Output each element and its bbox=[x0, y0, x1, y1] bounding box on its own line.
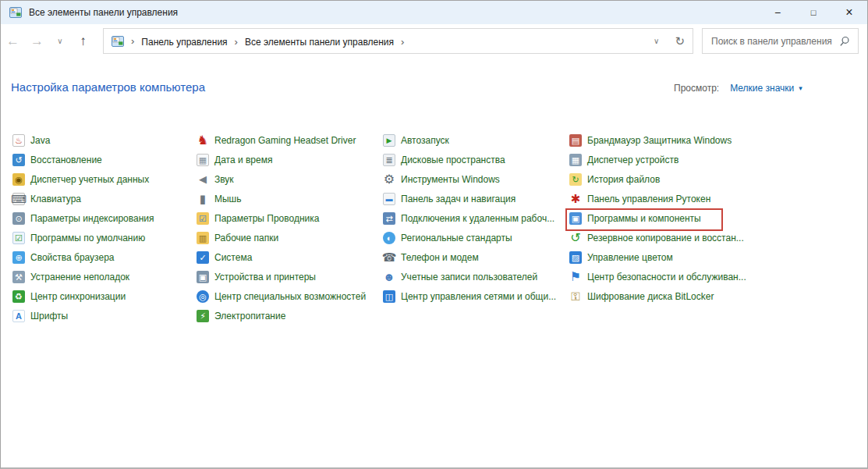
storage-spaces-icon: ≣ bbox=[383, 154, 395, 166]
panel-item[interactable]: ⇄Подключения к удаленным рабоч... bbox=[383, 208, 569, 228]
panel-item-label: История файлов bbox=[587, 174, 660, 185]
back-button[interactable]: ← bbox=[1, 34, 25, 48]
panel-item[interactable]: ▬Панель задач и навигация bbox=[383, 189, 569, 208]
panel-item-label: Звук bbox=[214, 174, 234, 185]
panel-column: ♞Redragon Gaming Headset Driver▦Дата и в… bbox=[197, 130, 382, 325]
recovery-icon: ↺ bbox=[12, 154, 25, 166]
panel-item[interactable]: ♨Java bbox=[12, 130, 198, 150]
panel-item[interactable]: ≣Дисковые пространства bbox=[383, 150, 569, 169]
panel-item[interactable]: ⚡Электропитание bbox=[197, 306, 382, 325]
breadcrumb-item[interactable]: Все элементы панели управления bbox=[245, 37, 394, 48]
navigation-bar: ← → ∨ ↑ › Панель управления›Все элементы… bbox=[1, 24, 867, 58]
panel-item-label: Региональные стандарты bbox=[401, 233, 512, 243]
panel-item[interactable]: ♻Центр синхронизации bbox=[12, 286, 198, 306]
panel-item-label: Программы по умолчанию bbox=[30, 233, 145, 243]
panel-item-label: Центр безопасности и обслуживан... bbox=[587, 272, 746, 282]
address-dropdown-button[interactable]: ∨ bbox=[654, 37, 659, 45]
panel-item-label: Шрифты bbox=[30, 311, 68, 322]
panel-item[interactable]: ✓Система bbox=[197, 247, 382, 267]
chevron-down-icon: ∨ bbox=[654, 37, 659, 45]
forward-button[interactable]: → bbox=[25, 34, 49, 48]
panel-item-label: Центр специальных возможностей bbox=[214, 291, 366, 302]
panel-item[interactable]: ▣Устройства и принтеры bbox=[197, 267, 382, 286]
panel-item-label: Восстановление bbox=[30, 155, 102, 165]
panel-item[interactable]: ◫Центр управления сетями и общи... bbox=[383, 286, 569, 306]
panel-item[interactable]: ⊙Параметры индексирования bbox=[12, 208, 198, 228]
network-center-icon: ◫ bbox=[383, 290, 395, 303]
breadcrumb-chevron-icon: › bbox=[235, 36, 238, 48]
recent-locations-button[interactable]: ∨ bbox=[49, 37, 71, 45]
panel-item[interactable]: ↻История файлов bbox=[569, 169, 755, 189]
panel-item[interactable]: ☎Телефон и модем bbox=[383, 247, 569, 267]
panel-item[interactable]: ↺Восстановление bbox=[12, 150, 198, 169]
panel-item-label: Устранение неполадок bbox=[30, 272, 129, 282]
panel-item-label: Система bbox=[214, 252, 252, 263]
panel-item-label: Диспетчер устройств bbox=[587, 155, 678, 165]
indexing-options-icon: ⊙ bbox=[12, 212, 25, 225]
panel-item[interactable]: AШрифты bbox=[12, 306, 198, 325]
sound-icon: ◀ bbox=[197, 173, 209, 186]
backup-restore-icon: ↺ bbox=[569, 232, 582, 244]
firewall-icon: ▤ bbox=[569, 134, 582, 147]
panel-item-label: Мышь bbox=[214, 194, 242, 204]
panel-item[interactable]: ⚙Инструменты Windows bbox=[383, 169, 569, 189]
panel-item-label: Инструменты Windows bbox=[401, 174, 500, 185]
panel-item[interactable]: ▣Программы и компоненты bbox=[569, 208, 755, 228]
view-mode-dropdown[interactable]: Мелкие значки bbox=[730, 83, 794, 94]
panel-item-label: Панель задач и навигация bbox=[401, 194, 515, 204]
refresh-button[interactable]: ↻ bbox=[675, 35, 685, 47]
panel-item[interactable]: ◀Звук bbox=[197, 169, 382, 189]
panel-item[interactable]: ☻Учетные записи пользователей bbox=[383, 267, 569, 286]
search-icon[interactable] bbox=[840, 36, 850, 46]
breadcrumb-item[interactable]: Панель управления bbox=[141, 37, 227, 48]
java-icon: ♨ bbox=[12, 134, 25, 147]
search-input[interactable] bbox=[703, 36, 840, 47]
panel-column: ♨Java↺Восстановление◉Диспетчер учетных д… bbox=[12, 130, 198, 325]
maximize-button[interactable]: □ bbox=[795, 1, 831, 24]
panel-column: ▤Брандмауэр Защитника Windows▦Диспетчер … bbox=[569, 130, 755, 306]
panel-item[interactable]: ▮Мышь bbox=[197, 189, 382, 208]
panel-item[interactable]: ⚑Центр безопасности и обслуживан... bbox=[569, 267, 755, 286]
bitlocker-icon: ⚿ bbox=[569, 290, 582, 303]
panel-item[interactable]: ✱Панель управления Рутокен bbox=[569, 189, 755, 208]
panel-item[interactable]: ☑Программы по умолчанию bbox=[12, 228, 198, 247]
minimize-icon: − bbox=[774, 6, 781, 19]
address-bar[interactable]: › Панель управления›Все элементы панели … bbox=[103, 28, 693, 54]
panel-item[interactable]: ♞Redragon Gaming Headset Driver bbox=[197, 130, 382, 150]
panel-item[interactable]: ▤Брандмауэр Защитника Windows bbox=[569, 130, 755, 150]
address-bar-right: ∨ ↻ bbox=[654, 35, 685, 47]
panel-item[interactable]: ▥Рабочие папки bbox=[197, 228, 382, 247]
panel-item[interactable]: ▶Автозапуск bbox=[383, 130, 569, 150]
panel-item[interactable]: ◐Региональные стандарты bbox=[383, 228, 569, 247]
panel-item[interactable]: ▦Диспетчер устройств bbox=[569, 150, 755, 169]
search-box bbox=[702, 28, 859, 54]
panel-item[interactable]: ⚿Шифрование диска BitLocker bbox=[569, 286, 755, 306]
back-arrow-icon: ← bbox=[6, 34, 19, 48]
panel-item[interactable]: ☑Параметры Проводника bbox=[197, 208, 382, 228]
close-button[interactable]: × bbox=[831, 1, 867, 24]
panel-item-label: Параметры Проводника bbox=[214, 213, 319, 224]
devices-printers-icon: ▣ bbox=[197, 271, 209, 283]
panel-item[interactable]: ⚒Устранение неполадок bbox=[12, 267, 198, 286]
device-manager-icon: ▦ bbox=[569, 154, 582, 166]
panel-item[interactable]: ⊕Свойства браузера bbox=[12, 247, 198, 267]
security-maintenance-icon: ⚑ bbox=[569, 271, 582, 283]
panel-item-label: Шифрование диска BitLocker bbox=[587, 291, 714, 302]
explorer-options-icon: ☑ bbox=[197, 212, 209, 225]
file-history-icon: ↻ bbox=[569, 173, 582, 186]
control-panel-window: Все элементы панели управления − □ × ← →… bbox=[0, 0, 868, 469]
panel-item[interactable]: ◉Диспетчер учетных данных bbox=[12, 169, 198, 189]
panel-item[interactable]: ↺Резервное копирование и восстан... bbox=[569, 228, 755, 247]
troubleshooting-icon: ⚒ bbox=[12, 271, 25, 283]
panel-item[interactable]: ▨Управление цветом bbox=[569, 247, 755, 267]
remote-desktop-icon: ⇄ bbox=[383, 212, 395, 225]
up-button[interactable]: ↑ bbox=[71, 34, 95, 48]
panel-item[interactable]: ◎Центр специальных возможностей bbox=[197, 286, 382, 306]
panel-item[interactable]: ▦Дата и время bbox=[197, 150, 382, 169]
ease-of-access-icon: ◎ bbox=[197, 290, 209, 303]
panel-item[interactable]: ⌨Клавиатура bbox=[12, 189, 198, 208]
minimize-button[interactable]: − bbox=[760, 1, 795, 24]
panel-item-label: Redragon Gaming Headset Driver bbox=[214, 135, 356, 146]
panel-item-label: Брандмауэр Защитника Windows bbox=[587, 135, 732, 146]
nav-arrows: ← → ∨ ↑ bbox=[1, 34, 95, 48]
